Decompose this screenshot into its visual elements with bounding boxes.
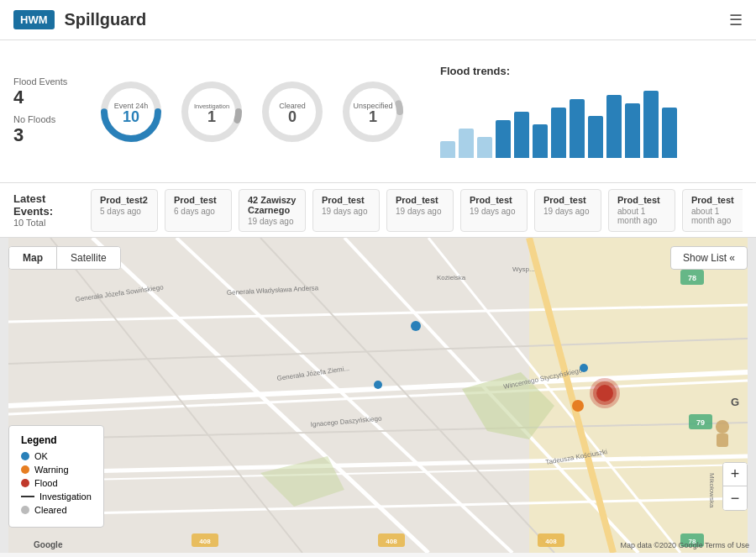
map-marker-0[interactable] bbox=[411, 321, 421, 331]
svg-text:G: G bbox=[731, 396, 739, 408]
header: HWM Spillguard ☰ bbox=[0, 0, 756, 40]
svg-text:0: 0 bbox=[288, 108, 297, 125]
svg-text:408: 408 bbox=[199, 538, 211, 545]
trends-title: Flood trends: bbox=[440, 65, 743, 77]
event-card-0[interactable]: Prod_test25 days ago bbox=[91, 189, 158, 232]
events-count: 10 Total bbox=[13, 218, 81, 228]
legend-warning: Warning bbox=[21, 465, 92, 475]
event-name: 42 Zawiszy Czarnego bbox=[248, 195, 297, 215]
svg-point-54 bbox=[716, 420, 729, 434]
event-card-6[interactable]: Prod_test19 days ago bbox=[534, 189, 601, 232]
map-marker-3[interactable] bbox=[596, 385, 613, 402]
donut-charts: Event 24h 10 Investigation 1 Cleared 0 bbox=[97, 78, 407, 145]
legend-title: Legend bbox=[21, 434, 92, 446]
trend-bar-3 bbox=[496, 120, 511, 158]
event-time: about 1 month ago bbox=[691, 207, 740, 225]
event-time: 19 days ago bbox=[248, 217, 297, 226]
bar-fill bbox=[662, 108, 677, 158]
trend-bar-10 bbox=[625, 103, 640, 158]
donut-cleared: Cleared 0 bbox=[259, 78, 326, 145]
event-name: Prod_test bbox=[174, 195, 223, 205]
zoom-in-button[interactable]: + bbox=[723, 463, 747, 486]
event-name: Prod_test bbox=[322, 195, 370, 205]
svg-text:Koźielska: Koźielska bbox=[437, 274, 466, 281]
event-time: 19 days ago bbox=[543, 207, 592, 216]
legend-investigation: Investigation bbox=[21, 491, 92, 502]
bar-fill bbox=[533, 124, 548, 158]
legend-flood-label: Flood bbox=[34, 478, 58, 488]
map-tab[interactable]: Map bbox=[9, 247, 57, 269]
event-time: 5 days ago bbox=[100, 207, 149, 216]
bar-fill bbox=[440, 141, 455, 158]
trends-bars-container bbox=[440, 82, 743, 158]
svg-text:78: 78 bbox=[688, 274, 696, 282]
trend-bar-7 bbox=[570, 99, 585, 158]
event-card-5[interactable]: Prod_test19 days ago bbox=[460, 189, 528, 232]
svg-text:408: 408 bbox=[386, 538, 397, 545]
app-title: Spillguard bbox=[65, 10, 147, 29]
trend-bar-9 bbox=[606, 95, 622, 158]
svg-text:1: 1 bbox=[207, 108, 216, 125]
legend: Legend OK Warning Flood Investigation Cl… bbox=[8, 425, 104, 528]
stats-bar: Flood Events 4 No Floods 3 Event 24h 10 … bbox=[0, 40, 756, 183]
flood-counts: Flood Events 4 No Floods 3 bbox=[13, 76, 81, 146]
event-card-8[interactable]: Prod_testabout 1 month ago bbox=[682, 189, 743, 232]
menu-icon[interactable]: ☰ bbox=[729, 11, 743, 29]
no-floods-label: No Floods bbox=[13, 114, 81, 124]
trend-bar-4 bbox=[514, 112, 529, 158]
legend-warning-label: Warning bbox=[34, 465, 69, 475]
cleared-dot bbox=[21, 506, 29, 514]
map-marker-2[interactable] bbox=[580, 364, 588, 372]
show-list-button[interactable]: Show List « bbox=[670, 246, 748, 270]
svg-text:1: 1 bbox=[369, 108, 377, 125]
event-time: about 1 month ago bbox=[617, 207, 666, 225]
bar-fill bbox=[459, 129, 474, 158]
svg-text:10: 10 bbox=[123, 108, 139, 125]
trend-bar-12 bbox=[662, 108, 677, 158]
no-floods-count: 3 bbox=[13, 124, 81, 146]
bar-fill bbox=[496, 120, 511, 158]
bar-fill bbox=[551, 108, 566, 158]
legend-cleared: Cleared bbox=[21, 505, 92, 515]
donut-unspecified: Unspecified 1 bbox=[339, 78, 407, 145]
trend-bar-8 bbox=[588, 116, 603, 158]
svg-text:79: 79 bbox=[696, 418, 705, 427]
latest-events-bar: Latest Events: 10 Total Prod_test25 days… bbox=[0, 183, 756, 238]
donut-event24h: Event 24h 10 bbox=[97, 78, 165, 145]
trend-bar-5 bbox=[533, 124, 548, 158]
donut-investigation: Investigation 1 bbox=[178, 78, 245, 145]
event-card-7[interactable]: Prod_testabout 1 month ago bbox=[608, 189, 675, 232]
event-card-2[interactable]: 42 Zawiszy Czarnego19 days ago bbox=[239, 189, 306, 232]
zoom-controls: + − bbox=[722, 462, 748, 511]
legend-cleared-label: Cleared bbox=[34, 505, 67, 515]
flood-dot bbox=[21, 479, 29, 487]
bar-fill bbox=[588, 116, 603, 158]
event-card-3[interactable]: Prod_test19 days ago bbox=[312, 189, 380, 232]
google-logo: Google bbox=[34, 540, 62, 549]
event-time: 19 days ago bbox=[322, 207, 370, 216]
investigation-line bbox=[21, 496, 34, 497]
trend-bar-0 bbox=[440, 141, 455, 158]
svg-text:Mikołowska: Mikołowska bbox=[708, 473, 716, 508]
event-card-4[interactable]: Prod_test19 days ago bbox=[386, 189, 454, 232]
trend-bar-11 bbox=[643, 91, 659, 158]
svg-text:Wysp...: Wysp... bbox=[512, 265, 535, 273]
legend-investigation-label: Investigation bbox=[39, 491, 92, 502]
event-card-1[interactable]: Prod_test6 days ago bbox=[165, 189, 232, 232]
map-attribution: Map data ©2020 Google Terms of Use bbox=[620, 541, 749, 549]
satellite-tab[interactable]: Satellite bbox=[57, 247, 120, 269]
trend-bar-6 bbox=[551, 108, 566, 158]
bar-fill bbox=[477, 137, 492, 158]
event-name: Prod_test bbox=[543, 195, 592, 205]
map-container: 78 79 408 408 408 78 Generała Józefa Sow… bbox=[0, 238, 756, 553]
zoom-out-button[interactable]: − bbox=[723, 486, 747, 510]
bar-fill bbox=[514, 112, 529, 158]
flood-trends: Flood trends: bbox=[440, 65, 743, 158]
event-name: Prod_test bbox=[396, 195, 444, 205]
map-marker-4[interactable] bbox=[572, 400, 584, 412]
legend-ok: OK bbox=[21, 451, 92, 461]
map-marker-1[interactable] bbox=[374, 381, 382, 389]
logo: HWM bbox=[13, 10, 55, 29]
event-name: Prod_test bbox=[691, 195, 740, 205]
bar-fill bbox=[570, 99, 585, 158]
